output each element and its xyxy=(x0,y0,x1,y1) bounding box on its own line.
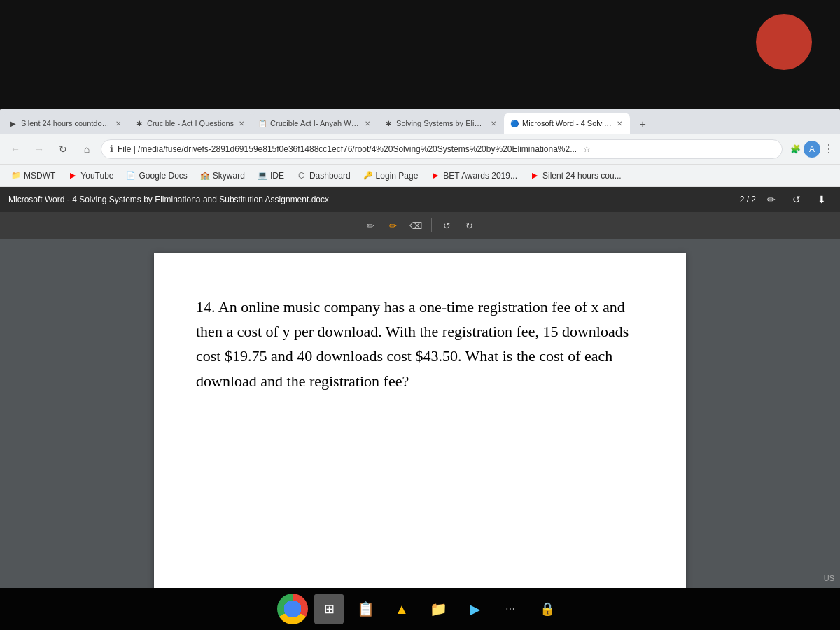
tab-icon-solving: ✱ xyxy=(384,118,393,128)
tab-icon-silent24: ▶ xyxy=(8,118,18,128)
star-icon[interactable]: ☆ xyxy=(581,144,592,155)
tab-bar: ▶ Silent 24 hours countdown tim... ✕ ✱ C… xyxy=(0,108,840,134)
bookmark-label-betawards: BET Awards 2019... xyxy=(443,171,517,181)
tab-icon-crucible2: 📋 xyxy=(258,118,267,128)
taskbar-more[interactable]: ⋯ xyxy=(496,594,526,624)
tab-crucible-anyah[interactable]: 📋 Crucible Act I- Anyah Wiggins ✕ xyxy=(252,113,378,134)
bookmark-youtube[interactable]: ▶ YouTube xyxy=(62,167,119,184)
tab-solving-systems[interactable]: ✱ Solving Systems by Elimination ✕ xyxy=(378,113,504,134)
bookmark-dashboard[interactable]: ⬡ Dashboard xyxy=(291,167,356,184)
tab-msword[interactable]: 🔵 Microsoft Word - 4 Solving Sys... ✕ xyxy=(504,113,630,134)
bookmark-label-loginpage: Login Page xyxy=(376,171,419,181)
taskbar: ⊞ 📋 ▲ 📁 ▶ ⋯ 🔒 xyxy=(0,588,840,630)
taskbar-docs[interactable]: 📋 xyxy=(350,594,381,624)
doc-title-bar: Microsoft Word - 4 Solving Systems by El… xyxy=(0,187,840,212)
bookmark-ide[interactable]: 💻 IDE xyxy=(252,167,290,184)
tab-label-crucible2: Crucible Act I- Anyah Wiggins xyxy=(270,119,360,127)
tab-icon-crucible1: ✱ xyxy=(134,118,144,128)
lock-icon: 🔒 xyxy=(540,601,555,617)
menu-icon[interactable]: ⋮ xyxy=(823,144,834,155)
tab-close-crucible2[interactable]: ✕ xyxy=(363,118,372,128)
taskbar-folder[interactable]: 📁 xyxy=(423,594,454,624)
bookmark-icon-silent24: ▶ xyxy=(530,171,540,181)
tab-close-crucible1[interactable]: ✕ xyxy=(237,118,246,128)
tab-close-solving[interactable]: ✕ xyxy=(489,118,498,128)
bookmark-icon-googledocs: 📄 xyxy=(126,171,136,181)
tab-label-solving: Solving Systems by Elimination xyxy=(396,119,486,127)
toolbar-redo-button[interactable]: ↻ xyxy=(460,216,479,235)
bookmark-skyward[interactable]: 🏫 Skyward xyxy=(195,167,251,184)
drive-icon: ▲ xyxy=(395,601,409,617)
doc-toolbar: ✏ ✏ ⌫ ↺ ↻ xyxy=(0,212,840,239)
page-counter: 2 / 2 xyxy=(740,195,756,204)
tab-label-msword: Microsoft Word - 4 Solving Sys... xyxy=(522,119,612,127)
bookmark-icon-msdwt: 📁 xyxy=(11,171,21,181)
bookmark-icon-ide: 💻 xyxy=(258,171,267,181)
tab-crucible-act1[interactable]: ✱ Crucible - Act I Questions ✕ xyxy=(129,113,252,134)
tab-label-silent24: Silent 24 hours countdown tim... xyxy=(21,119,111,127)
address-bar-icons: ☆ xyxy=(581,144,592,155)
bookmark-label-ide: IDE xyxy=(270,171,284,181)
bookmark-label-googledocs: Google Docs xyxy=(139,171,187,181)
toolbar-pen2-button[interactable]: ✏ xyxy=(384,216,403,235)
tab-icon-msword: 🔵 xyxy=(510,118,519,128)
bookmark-label-msdwt: MSDWT xyxy=(24,171,55,181)
profile-icon[interactable]: A xyxy=(804,141,820,158)
doc-content-area: 14. An online music company has a one-ti… xyxy=(0,239,840,588)
bookmark-betawards[interactable]: ▶ BET Awards 2019... xyxy=(425,167,523,184)
bookmark-silent24[interactable]: ▶ Silent 24 hours cou... xyxy=(524,167,627,184)
bookmark-icon-skyward: 🏫 xyxy=(200,171,210,181)
info-icon: ℹ xyxy=(110,144,113,154)
play-icon: ▶ xyxy=(470,601,480,617)
more-icon: ⋯ xyxy=(505,603,517,615)
locale-badge: US xyxy=(824,574,834,582)
forward-button[interactable]: → xyxy=(29,139,49,159)
bookmark-label-youtube: YouTube xyxy=(80,171,113,181)
bookmark-label-silent24: Silent 24 hours cou... xyxy=(542,171,622,181)
bookmark-icon-betawards: ▶ xyxy=(430,171,440,181)
edit-doc-button[interactable]: ✏ xyxy=(762,190,781,209)
bookmark-icon-youtube: ▶ xyxy=(68,171,78,181)
taskbar-files[interactable]: ⊞ xyxy=(314,594,344,624)
bookmark-googledocs[interactable]: 📄 Google Docs xyxy=(120,167,192,184)
taskbar-chrome[interactable] xyxy=(277,594,308,624)
download-doc-button[interactable]: ⬇ xyxy=(812,190,832,209)
bookmark-loginpage[interactable]: 🔑 Login Page xyxy=(358,167,424,184)
bookmark-icon-dashboard: ⬡ xyxy=(297,171,307,181)
bookmark-msdwt[interactable]: 📁 MSDWT xyxy=(6,167,61,184)
tab-close-silent24[interactable]: ✕ xyxy=(113,118,123,128)
toolbar-pen-button[interactable]: ✏ xyxy=(361,216,381,235)
docs-icon: 📋 xyxy=(357,601,374,617)
folder-icon: 📁 xyxy=(430,601,447,617)
url-text: File | /media/fuse/drivefs-2891d69159e81… xyxy=(118,144,577,154)
bookmarks-bar: 📁 MSDWT ▶ YouTube 📄 Google Docs 🏫 Skywar… xyxy=(0,164,840,187)
back-button[interactable]: ← xyxy=(6,139,25,159)
tab-close-msword[interactable]: ✕ xyxy=(615,118,624,128)
tab-silent24[interactable]: ▶ Silent 24 hours countdown tim... ✕ xyxy=(3,113,129,134)
doc-page: 14. An online music company has a one-ti… xyxy=(154,253,686,588)
question-text: 14. An online music company has a one-ti… xyxy=(196,295,644,393)
files-icon: ⊞ xyxy=(324,601,335,617)
taskbar-play[interactable]: ▶ xyxy=(459,594,490,624)
camera-indicator xyxy=(756,14,812,70)
home-button[interactable]: ⌂ xyxy=(77,139,97,159)
browser-window: ▶ Silent 24 hours countdown tim... ✕ ✱ C… xyxy=(0,108,840,588)
doc-title: Microsoft Word - 4 Solving Systems by El… xyxy=(8,195,734,204)
toolbar-undo-button[interactable]: ↺ xyxy=(438,216,457,235)
extensions-icon[interactable]: 🧩 xyxy=(790,144,801,155)
refresh-doc-button[interactable]: ↺ xyxy=(787,190,806,209)
address-bar[interactable]: ℹ File | /media/fuse/drivefs-2891d69159e… xyxy=(101,139,783,159)
bookmark-label-skyward: Skyward xyxy=(213,171,245,181)
doc-actions: ✏ ↺ ⬇ xyxy=(762,190,832,209)
toolbar-erase-button[interactable]: ⌫ xyxy=(406,216,426,235)
bookmark-icon-loginpage: 🔑 xyxy=(363,171,373,181)
reload-button[interactable]: ↻ xyxy=(53,139,73,159)
toolbar-separator xyxy=(431,218,432,232)
taskbar-drive[interactable]: ▲ xyxy=(386,594,417,624)
taskbar-lock[interactable]: 🔒 xyxy=(532,594,563,624)
tab-label-crucible1: Crucible - Act I Questions xyxy=(147,119,234,127)
address-bar-row: ← → ↻ ⌂ ℹ File | /media/fuse/drivefs-289… xyxy=(0,134,840,164)
bookmark-label-dashboard: Dashboard xyxy=(309,171,351,181)
top-dark-area xyxy=(0,0,840,108)
new-tab-button[interactable]: + xyxy=(633,115,652,134)
